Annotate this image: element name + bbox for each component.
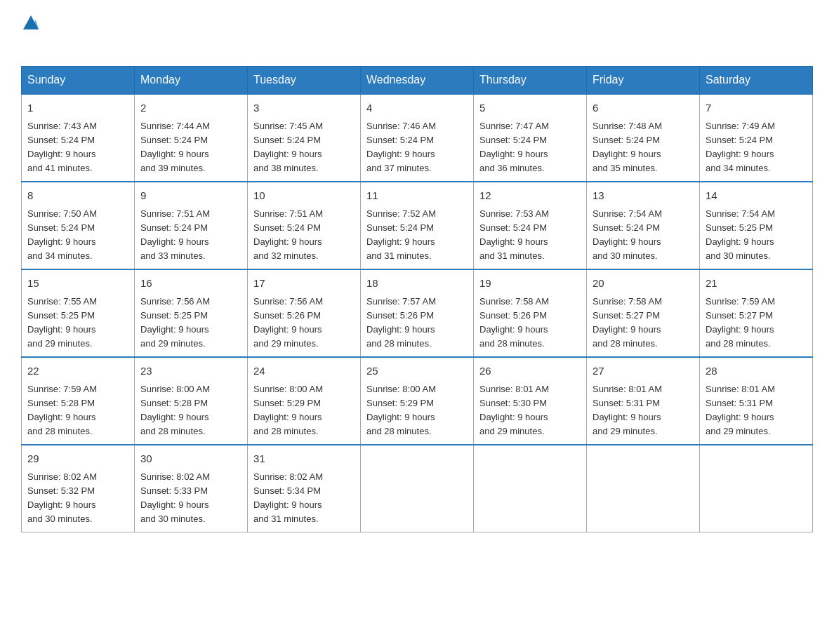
- day-number: 22: [27, 363, 128, 380]
- day-info: Sunrise: 7:47 AMSunset: 5:24 PMDaylight:…: [479, 121, 549, 173]
- day-number: 3: [253, 100, 355, 116]
- day-info: Sunrise: 7:59 AMSunset: 5:28 PMDaylight:…: [27, 384, 97, 436]
- week-row-1: 1 Sunrise: 7:43 AMSunset: 5:24 PMDayligh…: [22, 94, 813, 182]
- day-cell-17: 17 Sunrise: 7:56 AMSunset: 5:26 PMDaylig…: [248, 269, 361, 357]
- day-info: Sunrise: 7:49 AMSunset: 5:24 PMDaylight:…: [706, 121, 775, 173]
- day-cell-29: 29 Sunrise: 8:02 AMSunset: 5:32 PMDaylig…: [22, 445, 135, 532]
- day-number: 29: [27, 451, 128, 467]
- day-info: Sunrise: 7:45 AMSunset: 5:24 PMDaylight:…: [253, 121, 323, 173]
- day-number: 27: [593, 363, 694, 380]
- page-header: [21, 14, 813, 52]
- day-cell-24: 24 Sunrise: 8:00 AMSunset: 5:29 PMDaylig…: [248, 357, 361, 445]
- weekday-header-saturday: Saturday: [700, 67, 813, 95]
- day-number: 10: [253, 188, 355, 204]
- day-number: 18: [366, 276, 468, 292]
- day-number: 7: [706, 100, 807, 116]
- day-cell-2: 2 Sunrise: 7:44 AMSunset: 5:24 PMDayligh…: [135, 94, 248, 182]
- empty-cell: [474, 445, 587, 532]
- day-cell-15: 15 Sunrise: 7:55 AMSunset: 5:25 PMDaylig…: [22, 269, 135, 357]
- day-info: Sunrise: 7:57 AMSunset: 5:26 PMDaylight:…: [366, 296, 436, 349]
- weekday-header-sunday: Sunday: [22, 67, 135, 95]
- day-cell-25: 25 Sunrise: 8:00 AMSunset: 5:29 PMDaylig…: [361, 357, 474, 445]
- day-cell-20: 20 Sunrise: 7:58 AMSunset: 5:27 PMDaylig…: [587, 269, 700, 357]
- day-number: 17: [253, 276, 355, 292]
- day-info: Sunrise: 7:46 AMSunset: 5:24 PMDaylight:…: [366, 121, 436, 173]
- day-cell-16: 16 Sunrise: 7:56 AMSunset: 5:25 PMDaylig…: [135, 269, 248, 357]
- day-cell-14: 14 Sunrise: 7:54 AMSunset: 5:25 PMDaylig…: [700, 182, 813, 269]
- day-cell-30: 30 Sunrise: 8:02 AMSunset: 5:33 PMDaylig…: [135, 445, 248, 532]
- week-row-4: 22 Sunrise: 7:59 AMSunset: 5:28 PMDaylig…: [22, 357, 813, 445]
- day-info: Sunrise: 7:59 AMSunset: 5:27 PMDaylight:…: [706, 296, 775, 349]
- day-number: 25: [366, 363, 468, 380]
- day-info: Sunrise: 8:01 AMSunset: 5:31 PMDaylight:…: [706, 384, 775, 436]
- logo-triangle: [23, 15, 39, 32]
- day-info: Sunrise: 8:02 AMSunset: 5:33 PMDaylight:…: [140, 471, 210, 524]
- day-number: 5: [479, 100, 581, 116]
- weekday-header-tuesday: Tuesday: [248, 67, 361, 95]
- day-info: Sunrise: 7:44 AMSunset: 5:24 PMDaylight:…: [140, 121, 210, 173]
- day-number: 11: [366, 188, 468, 204]
- day-info: Sunrise: 7:51 AMSunset: 5:24 PMDaylight:…: [253, 208, 323, 261]
- day-info: Sunrise: 8:02 AMSunset: 5:32 PMDaylight:…: [27, 471, 97, 524]
- day-number: 26: [479, 363, 581, 380]
- day-cell-13: 13 Sunrise: 7:54 AMSunset: 5:24 PMDaylig…: [587, 182, 700, 269]
- weekday-header-thursday: Thursday: [474, 67, 587, 95]
- calendar-table: SundayMondayTuesdayWednesdayThursdayFrid…: [21, 66, 813, 532]
- weekday-header-monday: Monday: [135, 67, 248, 95]
- empty-cell: [700, 445, 813, 532]
- day-info: Sunrise: 8:00 AMSunset: 5:29 PMDaylight:…: [366, 384, 436, 436]
- day-info: Sunrise: 7:55 AMSunset: 5:25 PMDaylight:…: [27, 296, 97, 349]
- day-cell-11: 11 Sunrise: 7:52 AMSunset: 5:24 PMDaylig…: [361, 182, 474, 269]
- day-info: Sunrise: 7:56 AMSunset: 5:26 PMDaylight:…: [253, 296, 323, 349]
- day-cell-4: 4 Sunrise: 7:46 AMSunset: 5:24 PMDayligh…: [361, 94, 474, 182]
- day-cell-10: 10 Sunrise: 7:51 AMSunset: 5:24 PMDaylig…: [248, 182, 361, 269]
- day-info: Sunrise: 8:01 AMSunset: 5:31 PMDaylight:…: [593, 384, 662, 436]
- day-cell-31: 31 Sunrise: 8:02 AMSunset: 5:34 PMDaylig…: [248, 445, 361, 532]
- day-info: Sunrise: 7:43 AMSunset: 5:24 PMDaylight:…: [27, 121, 97, 173]
- empty-cell: [361, 445, 474, 532]
- day-number: 15: [27, 276, 128, 292]
- day-number: 23: [140, 363, 241, 380]
- day-number: 13: [593, 188, 694, 204]
- day-info: Sunrise: 7:58 AMSunset: 5:26 PMDaylight:…: [479, 296, 549, 349]
- day-number: 8: [27, 188, 128, 204]
- day-cell-5: 5 Sunrise: 7:47 AMSunset: 5:24 PMDayligh…: [474, 94, 587, 182]
- day-info: Sunrise: 7:54 AMSunset: 5:25 PMDaylight:…: [706, 208, 775, 261]
- day-cell-6: 6 Sunrise: 7:48 AMSunset: 5:24 PMDayligh…: [587, 94, 700, 182]
- day-info: Sunrise: 7:51 AMSunset: 5:24 PMDaylight:…: [140, 208, 210, 261]
- weekday-header-friday: Friday: [587, 67, 700, 95]
- day-number: 20: [593, 276, 694, 292]
- day-cell-12: 12 Sunrise: 7:53 AMSunset: 5:24 PMDaylig…: [474, 182, 587, 269]
- day-number: 14: [706, 188, 807, 204]
- day-number: 6: [593, 100, 694, 116]
- day-info: Sunrise: 7:56 AMSunset: 5:25 PMDaylight:…: [140, 296, 210, 349]
- day-number: 19: [479, 276, 581, 292]
- day-info: Sunrise: 7:54 AMSunset: 5:24 PMDaylight:…: [593, 208, 662, 261]
- day-cell-3: 3 Sunrise: 7:45 AMSunset: 5:24 PMDayligh…: [248, 94, 361, 182]
- day-number: 31: [253, 451, 355, 467]
- day-cell-1: 1 Sunrise: 7:43 AMSunset: 5:24 PMDayligh…: [22, 94, 135, 182]
- day-number: 28: [706, 363, 807, 380]
- weekday-header-wednesday: Wednesday: [361, 67, 474, 95]
- day-cell-23: 23 Sunrise: 8:00 AMSunset: 5:28 PMDaylig…: [135, 357, 248, 445]
- day-info: Sunrise: 7:53 AMSunset: 5:24 PMDaylight:…: [479, 208, 549, 261]
- day-cell-26: 26 Sunrise: 8:01 AMSunset: 5:30 PMDaylig…: [474, 357, 587, 445]
- day-number: 30: [140, 451, 241, 467]
- day-cell-28: 28 Sunrise: 8:01 AMSunset: 5:31 PMDaylig…: [700, 357, 813, 445]
- day-number: 16: [140, 276, 241, 292]
- week-row-2: 8 Sunrise: 7:50 AMSunset: 5:24 PMDayligh…: [22, 182, 813, 269]
- day-info: Sunrise: 7:52 AMSunset: 5:24 PMDaylight:…: [366, 208, 436, 261]
- day-number: 12: [479, 188, 581, 204]
- day-info: Sunrise: 7:48 AMSunset: 5:24 PMDaylight:…: [593, 121, 662, 173]
- day-cell-18: 18 Sunrise: 7:57 AMSunset: 5:26 PMDaylig…: [361, 269, 474, 357]
- day-cell-7: 7 Sunrise: 7:49 AMSunset: 5:24 PMDayligh…: [700, 94, 813, 182]
- day-number: 2: [140, 100, 241, 116]
- day-number: 21: [706, 276, 807, 292]
- day-info: Sunrise: 8:00 AMSunset: 5:28 PMDaylight:…: [140, 384, 210, 436]
- day-cell-21: 21 Sunrise: 7:59 AMSunset: 5:27 PMDaylig…: [700, 269, 813, 357]
- day-number: 4: [366, 100, 468, 116]
- week-row-3: 15 Sunrise: 7:55 AMSunset: 5:25 PMDaylig…: [22, 269, 813, 357]
- day-cell-9: 9 Sunrise: 7:51 AMSunset: 5:24 PMDayligh…: [135, 182, 248, 269]
- day-info: Sunrise: 8:00 AMSunset: 5:29 PMDaylight:…: [253, 384, 323, 436]
- day-cell-22: 22 Sunrise: 7:59 AMSunset: 5:28 PMDaylig…: [22, 357, 135, 445]
